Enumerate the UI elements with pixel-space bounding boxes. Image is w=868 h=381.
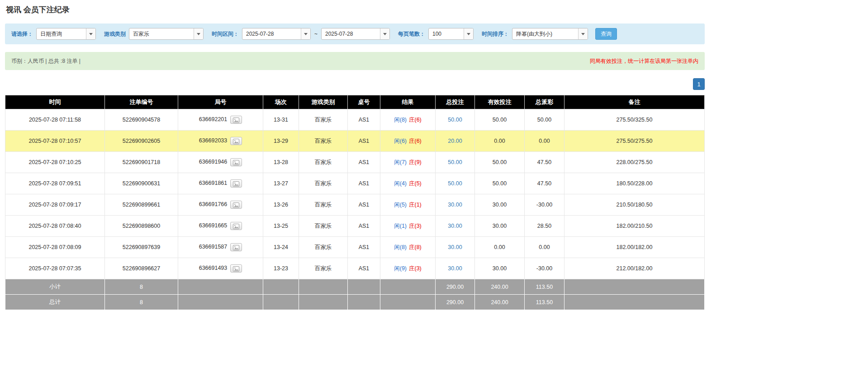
total-bet-link[interactable]: 30.00 <box>448 244 462 250</box>
header-session: 场次 <box>263 95 299 109</box>
cell-valid-bet: 30.00 <box>475 194 525 216</box>
date-from-dropdown-button[interactable] <box>301 28 310 39</box>
video-record-icon <box>233 245 239 250</box>
game-type-label: 游戏类别 <box>104 30 126 38</box>
subtotal-payout: 113.50 <box>525 279 564 295</box>
cell-round-id: 636692033 <box>178 131 263 152</box>
date-to-picker[interactable]: 2025-07-28 <box>321 28 390 40</box>
caret-down-icon <box>581 33 585 35</box>
cell-session: 13-29 <box>263 131 299 152</box>
total-bet-link[interactable]: 50.00 <box>448 159 462 165</box>
view-round-button[interactable] <box>230 137 242 145</box>
result-banker: 庄(3) <box>409 223 422 229</box>
date-to-dropdown-button[interactable] <box>380 28 389 39</box>
time-sort-value: 降幂(由大到小) <box>512 28 578 39</box>
total-bet-link[interactable]: 20.00 <box>448 138 462 144</box>
caret-down-icon <box>467 33 470 35</box>
result-banker: 庄(5) <box>409 180 422 187</box>
total-bet-link[interactable]: 30.00 <box>448 265 462 272</box>
cell-payout: 28.50 <box>525 216 564 237</box>
table-row: 2025-07-28 07:08:40 522690898600 6366916… <box>5 216 705 237</box>
cell-valid-bet: 50.00 <box>475 152 525 173</box>
date-from-value: 2025-07-28 <box>242 28 301 39</box>
cell-table-no: AS1 <box>348 258 380 279</box>
query-type-dropdown-button[interactable] <box>86 28 95 39</box>
page-size-dropdown-button[interactable] <box>464 28 473 39</box>
result-banker: 庄(9) <box>409 159 422 165</box>
video-record-icon <box>233 202 239 208</box>
video-record-icon <box>233 118 239 123</box>
cell-bet-id: 522690899661 <box>105 194 178 216</box>
view-round-button[interactable] <box>230 158 242 166</box>
subtotal-row: 小计 8 290.00 240.00 113.50 <box>5 279 705 295</box>
cell-time: 2025-07-28 07:09:17 <box>5 194 105 216</box>
subtotal-empty-cell <box>380 279 436 295</box>
page: 视讯 会员下注纪录 请选择： 日期查询 游戏类别 百家乐 时间区间： 2025-… <box>5 5 705 381</box>
total-bet-link[interactable]: 50.00 <box>448 180 462 187</box>
result-banker: 庄(3) <box>409 265 422 272</box>
game-type-dropdown-button[interactable] <box>194 28 203 39</box>
subtotal-count: 8 <box>105 279 178 295</box>
video-record-icon <box>233 139 239 144</box>
result-banker: 庄(6) <box>409 117 422 123</box>
total-count: 8 <box>105 295 178 310</box>
cell-result: 闲(7)庄(9) <box>380 152 436 173</box>
cell-payout: 47.50 <box>525 173 564 194</box>
page-size-value: 100 <box>429 28 464 39</box>
header-table-no: 桌号 <box>348 95 380 109</box>
cell-session: 13-28 <box>263 152 299 173</box>
time-sort-combobox[interactable]: 降幂(由大到小) <box>512 28 588 40</box>
header-round-id: 局号 <box>178 95 263 109</box>
view-round-button[interactable] <box>230 222 242 230</box>
page-size-label: 每页笔数： <box>398 30 425 38</box>
view-round-button[interactable] <box>230 264 242 273</box>
round-id: 636691766 <box>199 201 228 207</box>
total-bet-link[interactable]: 30.00 <box>448 223 462 229</box>
cell-total-bet: 30.00 <box>436 258 475 279</box>
cell-session: 13-26 <box>263 194 299 216</box>
table-row: 2025-07-28 07:09:51 522690900631 6366918… <box>5 173 705 194</box>
view-round-button[interactable] <box>230 201 242 209</box>
subtotal-valid-bet: 240.00 <box>475 279 525 295</box>
cell-result: 闲(4)庄(5) <box>380 173 436 194</box>
game-type-combobox[interactable]: 百家乐 <box>129 28 204 40</box>
subtotal-empty-cell <box>178 279 263 295</box>
query-type-label: 请选择： <box>11 30 33 38</box>
total-row: 总计 8 290.00 240.00 113.50 <box>5 295 705 310</box>
page-button-1[interactable]: 1 <box>693 78 705 90</box>
view-round-button[interactable] <box>230 116 242 124</box>
pagination-top: 1 <box>5 78 705 90</box>
info-bar: 币别：人民币 | 总共 :8 注单 | 同局有效投注，统一计算在该局第一张注单内 <box>5 52 705 70</box>
cell-payout: 0.00 <box>525 237 564 258</box>
total-empty-cell <box>299 295 348 310</box>
total-valid-bet: 240.00 <box>475 295 525 310</box>
header-bet-id: 注单编号 <box>105 95 178 109</box>
cell-result: 闲(8)庄(6) <box>380 109 436 131</box>
cell-total-bet: 50.00 <box>436 109 475 131</box>
date-from-picker[interactable]: 2025-07-28 <box>242 28 311 40</box>
view-round-button[interactable] <box>230 243 242 251</box>
cell-session: 13-27 <box>263 173 299 194</box>
cell-total-bet: 30.00 <box>436 216 475 237</box>
cell-time: 2025-07-28 07:10:25 <box>5 152 105 173</box>
header-result: 结果 <box>380 95 436 109</box>
cell-note: 275.50/275.50 <box>564 131 705 152</box>
total-bet-link[interactable]: 50.00 <box>448 117 462 123</box>
page-size-combobox[interactable]: 100 <box>428 28 474 40</box>
query-type-combobox[interactable]: 日期查询 <box>36 28 96 40</box>
cell-valid-bet: 30.00 <box>475 258 525 279</box>
cell-time: 2025-07-28 07:08:40 <box>5 216 105 237</box>
time-sort-dropdown-button[interactable] <box>578 28 588 39</box>
cell-result: 闲(6)庄(6) <box>380 131 436 152</box>
cell-note: 210.50/180.50 <box>564 194 705 216</box>
date-range-separator: ~ <box>314 31 318 37</box>
caret-down-icon <box>383 33 387 35</box>
total-bet-link[interactable]: 30.00 <box>448 202 462 208</box>
table-body: 2025-07-28 07:11:58 522690904578 6366922… <box>5 109 705 279</box>
cell-valid-bet: 50.00 <box>475 173 525 194</box>
cell-bet-id: 522690897639 <box>105 237 178 258</box>
total-empty-cell <box>564 295 705 310</box>
view-round-button[interactable] <box>230 179 242 188</box>
caret-down-icon <box>197 33 200 35</box>
search-button[interactable]: 查询 <box>595 28 617 40</box>
